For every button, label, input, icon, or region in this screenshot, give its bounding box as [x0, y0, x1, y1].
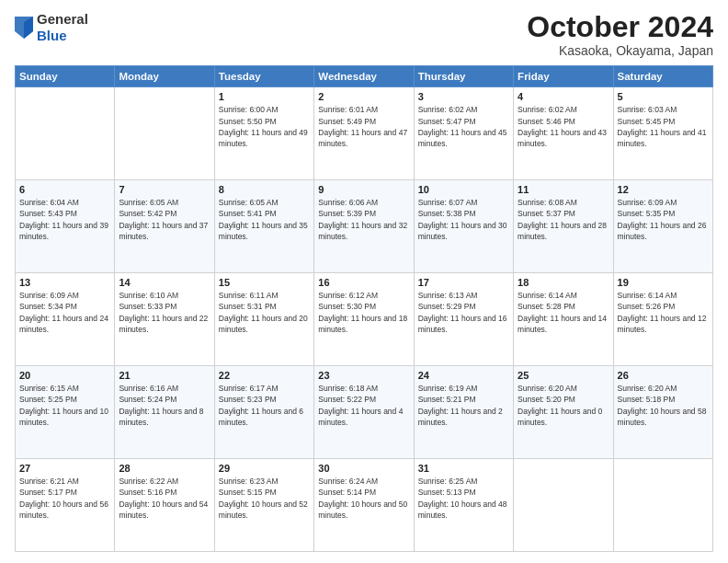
- day-number: 28: [119, 463, 210, 474]
- calendar-cell: 19Sunrise: 6:14 AM Sunset: 5:26 PM Dayli…: [613, 273, 712, 366]
- day-info: Sunrise: 6:20 AM Sunset: 5:18 PM Dayligh…: [618, 383, 709, 428]
- header: General Blue October 2024 Kasaoka, Okaya…: [15, 11, 713, 58]
- weekday-header: Friday: [514, 66, 613, 87]
- calendar-cell: 23Sunrise: 6:18 AM Sunset: 5:22 PM Dayli…: [314, 366, 414, 459]
- weekday-header: Saturday: [613, 66, 712, 87]
- calendar-cell: 28Sunrise: 6:22 AM Sunset: 5:16 PM Dayli…: [115, 459, 214, 552]
- day-number: 13: [19, 277, 110, 288]
- day-info: Sunrise: 6:09 AM Sunset: 5:35 PM Dayligh…: [618, 197, 709, 242]
- day-number: 6: [19, 184, 110, 195]
- calendar-cell: 16Sunrise: 6:12 AM Sunset: 5:30 PM Dayli…: [314, 273, 414, 366]
- day-number: 3: [418, 91, 509, 102]
- day-info: Sunrise: 6:05 AM Sunset: 5:41 PM Dayligh…: [219, 197, 310, 242]
- day-number: 1: [219, 91, 310, 102]
- title-block: October 2024 Kasaoka, Okayama, Japan: [527, 11, 713, 58]
- logo: General Blue: [15, 11, 88, 44]
- weekday-header: Monday: [115, 66, 214, 87]
- calendar-header-row: SundayMondayTuesdayWednesdayThursdayFrid…: [16, 66, 713, 87]
- calendar-cell: 1Sunrise: 6:00 AM Sunset: 5:50 PM Daylig…: [214, 87, 313, 180]
- calendar-cell: 21Sunrise: 6:16 AM Sunset: 5:24 PM Dayli…: [115, 366, 214, 459]
- day-info: Sunrise: 6:10 AM Sunset: 5:33 PM Dayligh…: [119, 290, 210, 335]
- weekday-header: Thursday: [414, 66, 513, 87]
- day-number: 9: [318, 184, 409, 195]
- day-info: Sunrise: 6:17 AM Sunset: 5:23 PM Dayligh…: [219, 383, 310, 428]
- day-info: Sunrise: 6:23 AM Sunset: 5:15 PM Dayligh…: [219, 476, 310, 521]
- day-info: Sunrise: 6:25 AM Sunset: 5:13 PM Dayligh…: [418, 476, 509, 521]
- day-info: Sunrise: 6:24 AM Sunset: 5:14 PM Dayligh…: [318, 476, 409, 521]
- calendar-cell: 31Sunrise: 6:25 AM Sunset: 5:13 PM Dayli…: [414, 459, 513, 552]
- calendar-cell: [16, 87, 115, 180]
- calendar-cell: 8Sunrise: 6:05 AM Sunset: 5:41 PM Daylig…: [214, 180, 313, 273]
- calendar-cell: 25Sunrise: 6:20 AM Sunset: 5:20 PM Dayli…: [514, 366, 613, 459]
- day-number: 10: [418, 184, 509, 195]
- day-number: 31: [418, 463, 509, 474]
- day-info: Sunrise: 6:20 AM Sunset: 5:20 PM Dayligh…: [518, 383, 609, 428]
- day-info: Sunrise: 6:18 AM Sunset: 5:22 PM Dayligh…: [318, 383, 409, 428]
- calendar-cell: [613, 459, 712, 552]
- day-number: 12: [618, 184, 709, 195]
- calendar-cell: 4Sunrise: 6:02 AM Sunset: 5:46 PM Daylig…: [514, 87, 613, 180]
- calendar-cell: 9Sunrise: 6:06 AM Sunset: 5:39 PM Daylig…: [314, 180, 414, 273]
- calendar-cell: 15Sunrise: 6:11 AM Sunset: 5:31 PM Dayli…: [214, 273, 313, 366]
- day-number: 23: [318, 370, 409, 381]
- day-number: 21: [119, 370, 210, 381]
- day-info: Sunrise: 6:04 AM Sunset: 5:43 PM Dayligh…: [19, 197, 110, 242]
- day-info: Sunrise: 6:06 AM Sunset: 5:39 PM Dayligh…: [318, 197, 409, 242]
- day-info: Sunrise: 6:05 AM Sunset: 5:42 PM Dayligh…: [119, 197, 210, 242]
- day-info: Sunrise: 6:11 AM Sunset: 5:31 PM Dayligh…: [219, 290, 310, 335]
- calendar-cell: 14Sunrise: 6:10 AM Sunset: 5:33 PM Dayli…: [115, 273, 214, 366]
- day-number: 7: [119, 184, 210, 195]
- day-number: 5: [618, 91, 709, 102]
- calendar-cell: 6Sunrise: 6:04 AM Sunset: 5:43 PM Daylig…: [16, 180, 115, 273]
- calendar-cell: 13Sunrise: 6:09 AM Sunset: 5:34 PM Dayli…: [16, 273, 115, 366]
- day-info: Sunrise: 6:21 AM Sunset: 5:17 PM Dayligh…: [19, 476, 110, 521]
- calendar-cell: 12Sunrise: 6:09 AM Sunset: 5:35 PM Dayli…: [613, 180, 712, 273]
- calendar-week-row: 20Sunrise: 6:15 AM Sunset: 5:25 PM Dayli…: [16, 366, 713, 459]
- day-number: 20: [19, 370, 110, 381]
- weekday-header: Tuesday: [214, 66, 313, 87]
- day-number: 4: [518, 91, 609, 102]
- day-info: Sunrise: 6:01 AM Sunset: 5:49 PM Dayligh…: [318, 104, 409, 149]
- calendar-cell: 27Sunrise: 6:21 AM Sunset: 5:17 PM Dayli…: [16, 459, 115, 552]
- day-info: Sunrise: 6:12 AM Sunset: 5:30 PM Dayligh…: [318, 290, 409, 335]
- day-number: 11: [518, 184, 609, 195]
- weekday-header: Wednesday: [314, 66, 414, 87]
- logo-text: General Blue: [37, 11, 88, 44]
- calendar-cell: 17Sunrise: 6:13 AM Sunset: 5:29 PM Dayli…: [414, 273, 513, 366]
- day-info: Sunrise: 6:14 AM Sunset: 5:26 PM Dayligh…: [618, 290, 709, 335]
- day-number: 18: [518, 277, 609, 288]
- day-number: 26: [618, 370, 709, 381]
- day-info: Sunrise: 6:02 AM Sunset: 5:47 PM Dayligh…: [418, 104, 509, 149]
- day-info: Sunrise: 6:22 AM Sunset: 5:16 PM Dayligh…: [119, 476, 210, 521]
- calendar-cell: [514, 459, 613, 552]
- location: Kasaoka, Okayama, Japan: [527, 43, 713, 58]
- day-number: 24: [418, 370, 509, 381]
- day-number: 16: [318, 277, 409, 288]
- day-info: Sunrise: 6:07 AM Sunset: 5:38 PM Dayligh…: [418, 197, 509, 242]
- day-number: 8: [219, 184, 310, 195]
- calendar-cell: 20Sunrise: 6:15 AM Sunset: 5:25 PM Dayli…: [16, 366, 115, 459]
- page: General Blue October 2024 Kasaoka, Okaya…: [0, 0, 728, 563]
- calendar-cell: [115, 87, 214, 180]
- logo-blue: Blue: [37, 28, 88, 44]
- day-number: 25: [518, 370, 609, 381]
- day-info: Sunrise: 6:02 AM Sunset: 5:46 PM Dayligh…: [518, 104, 609, 149]
- calendar-cell: 7Sunrise: 6:05 AM Sunset: 5:42 PM Daylig…: [115, 180, 214, 273]
- day-info: Sunrise: 6:16 AM Sunset: 5:24 PM Dayligh…: [119, 383, 210, 428]
- calendar-cell: 24Sunrise: 6:19 AM Sunset: 5:21 PM Dayli…: [414, 366, 513, 459]
- calendar-cell: 29Sunrise: 6:23 AM Sunset: 5:15 PM Dayli…: [214, 459, 313, 552]
- calendar-cell: 5Sunrise: 6:03 AM Sunset: 5:45 PM Daylig…: [613, 87, 712, 180]
- day-number: 2: [318, 91, 409, 102]
- month-title: October 2024: [527, 11, 713, 43]
- day-info: Sunrise: 6:08 AM Sunset: 5:37 PM Dayligh…: [518, 197, 609, 242]
- calendar-cell: 22Sunrise: 6:17 AM Sunset: 5:23 PM Dayli…: [214, 366, 313, 459]
- day-number: 27: [19, 463, 110, 474]
- calendar-table: SundayMondayTuesdayWednesdayThursdayFrid…: [15, 65, 713, 552]
- day-info: Sunrise: 6:09 AM Sunset: 5:34 PM Dayligh…: [19, 290, 110, 335]
- day-info: Sunrise: 6:13 AM Sunset: 5:29 PM Dayligh…: [418, 290, 509, 335]
- calendar-week-row: 1Sunrise: 6:00 AM Sunset: 5:50 PM Daylig…: [16, 87, 713, 180]
- day-info: Sunrise: 6:14 AM Sunset: 5:28 PM Dayligh…: [518, 290, 609, 335]
- day-number: 15: [219, 277, 310, 288]
- day-info: Sunrise: 6:15 AM Sunset: 5:25 PM Dayligh…: [19, 383, 110, 428]
- calendar-cell: 30Sunrise: 6:24 AM Sunset: 5:14 PM Dayli…: [314, 459, 414, 552]
